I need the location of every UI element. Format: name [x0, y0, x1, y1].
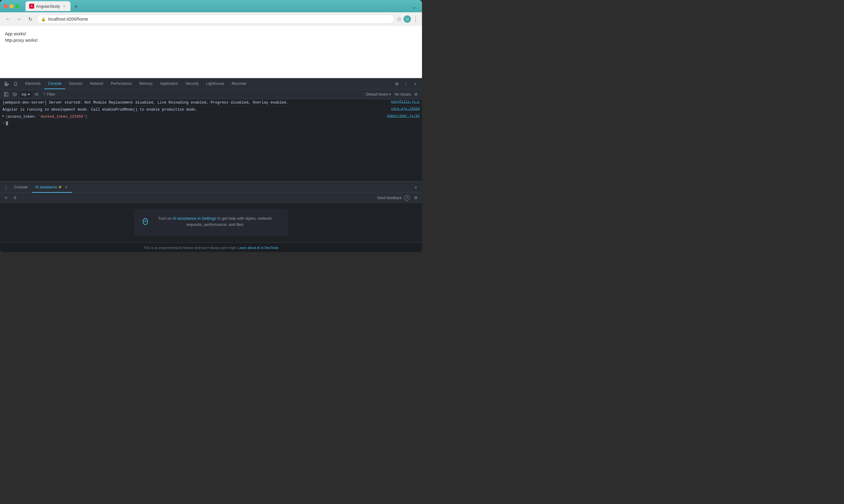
- devtools-device-icon[interactable]: [12, 79, 20, 88]
- tab-close-button[interactable]: ×: [62, 4, 67, 8]
- forward-button[interactable]: →: [15, 15, 23, 23]
- ai-toolbar-right: Send feedback ? ⚙: [377, 194, 419, 202]
- filter-label: Filter: [47, 92, 55, 96]
- tab-elements[interactable]: Elements: [21, 78, 44, 89]
- console-settings-button[interactable]: ⚙: [412, 91, 419, 98]
- page-line-2: http-proxy works!: [5, 37, 417, 43]
- tab-application[interactable]: Application: [156, 78, 182, 89]
- console-line-2-source[interactable]: core.mjs:25520: [391, 107, 419, 111]
- tab-sources[interactable]: Sources: [65, 78, 86, 89]
- url-bar[interactable]: 🔒 localhost:4200/home: [37, 15, 394, 24]
- console-output: [webpack-dev-server] Server started: Hot…: [0, 99, 422, 181]
- console-line-2: Angular is running in development mode. …: [0, 106, 422, 113]
- ai-assistance-panel: ⋮ Console AI assistance ⚡ × × + ↺ Send f…: [0, 181, 422, 252]
- filter-area: ⊤ Filter: [43, 92, 365, 96]
- default-levels-button[interactable]: Default levels ▾: [366, 92, 391, 96]
- tab-security[interactable]: Security: [182, 78, 202, 89]
- ai-content-area: ⟳ Turn on AI assistance in Settings to g…: [0, 203, 422, 242]
- tab-favicon: A: [29, 4, 34, 8]
- console-line-1-source[interactable]: polyfills.js:1: [391, 100, 419, 104]
- tab-performance[interactable]: Performance: [107, 78, 136, 89]
- send-feedback-button[interactable]: Send feedback: [377, 196, 402, 200]
- ai-settings-link[interactable]: AI assistance in Settings: [173, 216, 216, 221]
- svg-rect-4: [15, 85, 16, 85]
- ai-history-button[interactable]: ↺: [11, 194, 18, 202]
- address-bar: ← → ↻ 🔒 localhost:4200/home ☆ U ⋮: [0, 12, 422, 26]
- tab-lighthouse[interactable]: Lighthouse: [202, 78, 228, 89]
- back-button[interactable]: ←: [4, 15, 12, 23]
- console-toolbar: top ▾ ⊤ Filter Default levels ▾ No Issue…: [0, 89, 422, 99]
- console-line-1: [webpack-dev-server] Server started: Hot…: [0, 99, 422, 106]
- svg-point-10: [36, 94, 37, 95]
- ai-tab-assistance[interactable]: AI assistance ⚡ ×: [32, 182, 72, 193]
- address-bar-right: ☆ U ⋮: [397, 15, 418, 23]
- no-issues-button[interactable]: No Issues: [395, 92, 411, 96]
- ai-toolbar: + ↺ Send feedback ? ⚙: [0, 193, 422, 203]
- context-selector[interactable]: top ▾: [20, 92, 32, 97]
- console-eye-icon[interactable]: [33, 91, 40, 98]
- ai-panel-more-icon[interactable]: ⋮: [2, 184, 10, 191]
- console-line-1-content: [webpack-dev-server] Server started: Hot…: [2, 100, 389, 105]
- ai-card-header: ⟳ Turn on AI assistance in Settings to g…: [143, 215, 279, 228]
- ai-settings-button[interactable]: ⚙: [412, 194, 419, 202]
- tab-expand-button[interactable]: ⌄: [410, 2, 418, 11]
- devtools-close-icon[interactable]: ×: [411, 79, 419, 88]
- devtools-panel: Elements Console Sources Network Perform…: [0, 78, 422, 252]
- maximize-traffic-light[interactable]: [15, 4, 19, 8]
- svg-rect-2: [5, 85, 7, 86]
- new-tab-button[interactable]: +: [72, 2, 80, 11]
- devtools-inspect-icon[interactable]: [2, 79, 11, 88]
- ai-panel-tab-bar: ⋮ Console AI assistance ⚡ × ×: [0, 182, 422, 193]
- devtools-right-icons: ⚙ ⋮ ×: [393, 79, 419, 88]
- close-traffic-light[interactable]: [4, 4, 8, 8]
- traffic-lights: [4, 4, 19, 8]
- context-arrow: ▾: [28, 92, 30, 96]
- expand-arrow[interactable]: ▶: [2, 114, 4, 118]
- tab-title: AngularStudy: [36, 4, 60, 8]
- devtools-more-icon[interactable]: ⋮: [402, 79, 410, 88]
- svg-rect-6: [6, 92, 8, 96]
- tab-memory[interactable]: Memory: [136, 78, 156, 89]
- minimize-traffic-light[interactable]: [10, 4, 14, 8]
- ai-footer-text: This is an experimental AI feature and w…: [144, 246, 279, 250]
- ai-assist-card: ⟳ Turn on AI assistance in Settings to g…: [134, 209, 288, 236]
- devtools-settings-icon[interactable]: ⚙: [393, 79, 401, 88]
- bookmark-icon[interactable]: ☆: [397, 16, 402, 22]
- ai-new-button[interactable]: +: [2, 194, 10, 202]
- cursor: [6, 121, 8, 125]
- page-content: App works! http-proxy works!: [0, 26, 422, 78]
- active-tab[interactable]: A AngularStudy ×: [25, 1, 70, 11]
- tab-console[interactable]: Console: [44, 78, 65, 89]
- console-sidebar-toggle[interactable]: [2, 91, 10, 98]
- console-line-3: ▶ {access_token: 'mocked_token_123456'} …: [0, 113, 422, 121]
- tab-network[interactable]: Network: [86, 78, 107, 89]
- console-line-2-content: Angular is running in development mode. …: [2, 107, 389, 112]
- page-line-1: App works!: [5, 31, 417, 37]
- ai-tab-console[interactable]: Console: [11, 182, 31, 193]
- tab-bar: A AngularStudy × + ⌄: [25, 1, 418, 11]
- devtools-tab-bar: Elements Console Sources Network Perform…: [0, 78, 422, 89]
- ai-tab-close[interactable]: ×: [63, 184, 69, 190]
- console-line-3-content: {access_token: 'mocked_token_123456'}: [5, 114, 384, 120]
- cursor-line[interactable]: ›: [0, 121, 422, 126]
- ai-panel-close-button[interactable]: ×: [412, 184, 419, 191]
- svg-rect-5: [4, 92, 5, 96]
- ai-footer: This is an experimental AI feature and w…: [0, 242, 422, 252]
- ai-learn-more-link[interactable]: Learn about AI in DevTools: [238, 246, 278, 250]
- context-label: top: [21, 92, 27, 96]
- filter-icon: ⊤: [43, 92, 46, 96]
- console-line-3-source[interactable]: Subscriber.js:91: [387, 114, 419, 118]
- refresh-button[interactable]: ↻: [26, 15, 34, 23]
- ai-card-text: Turn on AI assistance in Settings to get…: [150, 215, 279, 228]
- security-icon: 🔒: [41, 17, 46, 21]
- ai-card-icon: ⟳: [143, 218, 148, 225]
- svg-line-8: [14, 93, 16, 95]
- browser-window: A AngularStudy × + ⌄ ← → ↻ 🔒 localhost:4…: [0, 0, 422, 252]
- profile-icon[interactable]: U: [403, 15, 411, 23]
- ai-tab-icon: ⚡: [58, 185, 62, 189]
- svg-rect-0: [5, 82, 6, 83]
- browser-menu-icon[interactable]: ⋮: [413, 16, 418, 22]
- ai-help-button[interactable]: ?: [404, 195, 410, 201]
- tab-recorder[interactable]: Recorder: [228, 78, 251, 89]
- console-clear-button[interactable]: [11, 91, 18, 98]
